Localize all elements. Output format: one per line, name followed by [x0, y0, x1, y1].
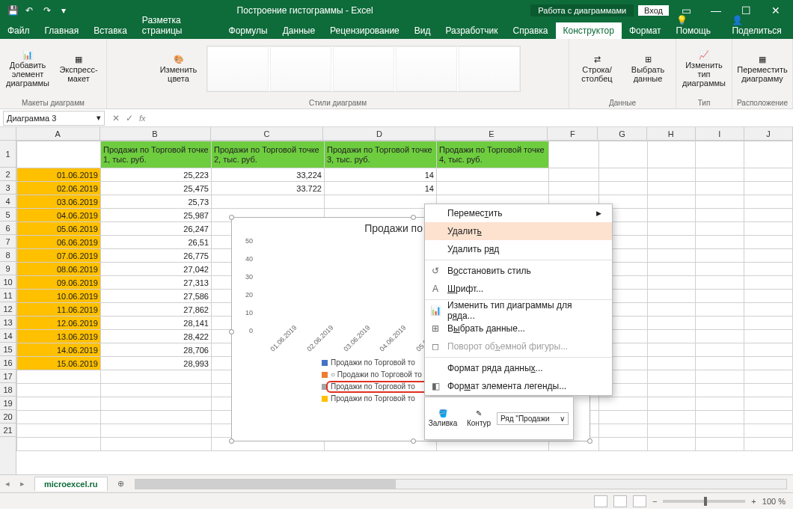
cell[interactable]: [647, 209, 696, 222]
tab-Разметка страницы[interactable]: Разметка страницы: [135, 12, 221, 39]
tab-Вставка[interactable]: Вставка: [86, 22, 135, 39]
page-layout-view-icon[interactable]: [613, 495, 627, 507]
header-cell[interactable]: Продажи по Торговой точке 1, тыс. руб.: [100, 141, 211, 168]
page-break-view-icon[interactable]: [633, 495, 646, 507]
ctx-Формат ряда данных...[interactable]: Формат ряда данных...: [425, 359, 612, 377]
cell[interactable]: 28,706: [100, 343, 211, 357]
cell[interactable]: [744, 357, 793, 370]
cell[interactable]: 25,73: [100, 195, 211, 209]
name-box[interactable]: Диаграмма 3 ▾: [3, 111, 105, 126]
cell[interactable]: [696, 357, 744, 370]
row-header[interactable]: 1: [0, 141, 16, 168]
tab-Поделиться[interactable]: 👤 Поделиться: [724, 12, 793, 39]
tab-Вид[interactable]: Вид: [407, 22, 438, 39]
cell[interactable]: 13.06.2019: [17, 330, 101, 343]
zoom-level[interactable]: 100 %: [762, 497, 786, 506]
cell[interactable]: [548, 182, 598, 195]
cell[interactable]: 28,141: [100, 317, 211, 330]
cell[interactable]: [744, 263, 793, 276]
formula-input[interactable]: [153, 111, 793, 126]
redo-icon[interactable]: ↷: [43, 5, 54, 16]
row-header[interactable]: 4: [0, 195, 16, 208]
cell[interactable]: 03.06.2019: [17, 195, 101, 209]
row-header[interactable]: 19: [0, 397, 16, 410]
cell[interactable]: [696, 182, 744, 195]
cell[interactable]: 28,422: [100, 330, 211, 343]
cell[interactable]: [696, 168, 744, 182]
cell[interactable]: [696, 330, 744, 343]
header-cell[interactable]: [17, 141, 101, 168]
cell[interactable]: [744, 209, 793, 222]
cell[interactable]: [696, 222, 744, 236]
fx-icon[interactable]: fx: [139, 114, 146, 123]
tab-nav-next-icon[interactable]: ▸: [15, 479, 30, 489]
style-thumb[interactable]: [396, 46, 457, 91]
cell[interactable]: [744, 236, 793, 249]
cell[interactable]: [647, 236, 696, 249]
cell[interactable]: [696, 276, 744, 290]
move-chart-button[interactable]: ▦ Переместить диаграмму: [739, 55, 786, 83]
cell[interactable]: 07.06.2019: [17, 249, 101, 263]
normal-view-icon[interactable]: [594, 495, 607, 507]
row-header[interactable]: 3: [0, 181, 16, 195]
cell[interactable]: [744, 290, 793, 303]
cell[interactable]: 33,224: [212, 168, 325, 182]
tab-Формулы[interactable]: Формулы: [221, 22, 275, 39]
cell[interactable]: [696, 195, 744, 209]
row-header[interactable]: 20: [0, 410, 16, 424]
col-header[interactable]: C: [211, 127, 324, 140]
row-header[interactable]: 16: [0, 356, 16, 370]
cell[interactable]: [647, 182, 696, 195]
cell[interactable]: [647, 357, 696, 370]
cell[interactable]: 02.06.2019: [17, 182, 101, 195]
cell[interactable]: [744, 195, 793, 209]
row-header[interactable]: 7: [0, 235, 16, 248]
ctx-Шрифт...[interactable]: AШрифт...: [425, 280, 612, 298]
cell[interactable]: [598, 168, 647, 182]
cell[interactable]: 09.06.2019: [17, 276, 101, 290]
save-icon[interactable]: 💾: [7, 5, 18, 16]
cell[interactable]: [436, 168, 548, 182]
row-header[interactable]: 17: [0, 370, 16, 383]
row-header[interactable]: 5: [0, 208, 16, 221]
cell[interactable]: [744, 330, 793, 343]
quick-layout-button[interactable]: ▦ Экспресс-макет: [55, 55, 102, 83]
change-colors-button[interactable]: 🎨 Изменить цвета: [156, 55, 202, 83]
col-header[interactable]: G: [598, 127, 646, 140]
ctx-Восстановить стиль[interactable]: ↺Восстановить стиль: [425, 262, 612, 280]
col-header[interactable]: B: [100, 127, 211, 140]
header-cell[interactable]: Продажи по Торговой точке 3, тыс. руб.: [324, 141, 436, 168]
ctx-Удалить[interactable]: Удалить: [425, 222, 612, 240]
ctx-Изменить тип диаграммы для ряда...[interactable]: 📊Изменить тип диаграммы для ряда...: [425, 302, 612, 319]
cell[interactable]: 27,042: [100, 263, 211, 276]
series-select[interactable]: Ряд "Продажи ∨: [497, 412, 569, 425]
add-sheet-icon[interactable]: ⊕: [114, 479, 129, 489]
cell[interactable]: 14: [324, 182, 436, 195]
col-header[interactable]: E: [435, 127, 548, 140]
change-chart-type-button[interactable]: 📈 Изменить тип диаграммы: [681, 50, 727, 88]
col-header[interactable]: J: [744, 127, 793, 140]
cell[interactable]: [647, 303, 696, 317]
row-header[interactable]: 12: [0, 302, 16, 316]
row-header[interactable]: 10: [0, 275, 16, 289]
cell[interactable]: [744, 317, 793, 330]
worksheet-grid[interactable]: 123456789101112131415161718192021 ABCDEF…: [0, 127, 793, 474]
cell[interactable]: 27,586: [100, 290, 211, 303]
cell[interactable]: [744, 249, 793, 263]
row-header[interactable]: 2: [0, 168, 16, 181]
cell[interactable]: [647, 263, 696, 276]
zoom-out-icon[interactable]: −: [652, 497, 657, 506]
tab-Помощь[interactable]: 💡 Помощь: [669, 12, 725, 39]
cell[interactable]: 26,247: [100, 222, 211, 236]
col-header[interactable]: I: [696, 127, 744, 140]
tab-Главная[interactable]: Главная: [37, 22, 87, 39]
style-thumb[interactable]: [459, 46, 520, 91]
cell[interactable]: 33.722: [212, 182, 325, 195]
cell[interactable]: [696, 209, 744, 222]
cell[interactable]: [212, 195, 325, 209]
cell[interactable]: 15.06.2019: [17, 357, 101, 370]
tab-Рецензирование[interactable]: Рецензирование: [322, 22, 407, 39]
cell[interactable]: 04.06.2019: [17, 209, 101, 222]
cell[interactable]: 14.06.2019: [17, 343, 101, 357]
fill-button[interactable]: 🪣 Заливка: [425, 409, 461, 427]
